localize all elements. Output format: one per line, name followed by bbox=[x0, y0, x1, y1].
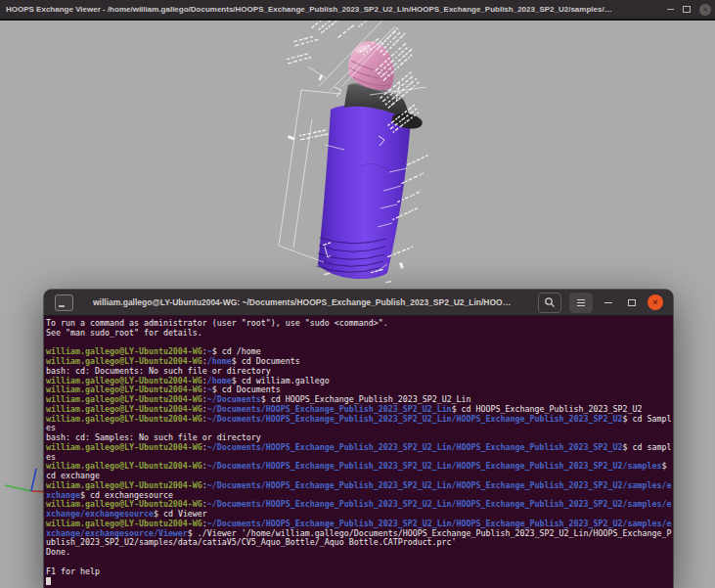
bottle-body bbox=[318, 105, 411, 279]
app-close-icon[interactable]: × bbox=[699, 4, 711, 16]
pmi-text-cluster bbox=[337, 24, 354, 38]
pmi-text-cluster bbox=[293, 35, 319, 47]
terminal-minimize-icon[interactable] bbox=[604, 302, 612, 303]
terminal-line: Done. bbox=[46, 548, 672, 558]
terminal-cursor bbox=[46, 577, 51, 586]
app-titlebar[interactable]: HOOPS Exchange Viewer - /home/william.ga… bbox=[0, 0, 715, 21]
terminal-line: william.gallego@LY-Ubuntu2004-WG:~/Docum… bbox=[46, 415, 672, 434]
pmi-text-cluster bbox=[299, 129, 329, 141]
terminal-titlebar[interactable]: william.gallego@LY-Ubuntu2004-WG: ~/Docu… bbox=[44, 290, 673, 316]
app-title: HOOPS Exchange Viewer - /home/william.ga… bbox=[6, 5, 612, 14]
pmi-text-cluster bbox=[407, 155, 428, 165]
pmi-text-cluster bbox=[287, 53, 311, 65]
terminal-search-button[interactable] bbox=[538, 293, 561, 313]
terminal-menu-button[interactable] bbox=[569, 293, 593, 313]
search-icon bbox=[543, 295, 557, 309]
terminal-maximize-icon[interactable] bbox=[628, 299, 636, 306]
terminal-window[interactable]: william.gallego@LY-Ubuntu2004-WG: ~/Docu… bbox=[44, 290, 673, 588]
terminal-line: See "man sudo_root" for details. bbox=[46, 329, 672, 339]
hamburger-icon bbox=[577, 299, 585, 300]
terminal-line: william.gallego@LY-Ubuntu2004-WG:~/Docum… bbox=[46, 520, 672, 548]
terminal-body[interactable]: To run a command as administrator (user … bbox=[44, 316, 673, 586]
terminal-output: To run a command as administrator (user … bbox=[46, 319, 672, 586]
terminal-line: william.gallego@LY-Ubuntu2004-WG:~/Docum… bbox=[46, 462, 672, 481]
terminal-line: william.gallego@LY-Ubuntu2004-WG:~/Docum… bbox=[46, 443, 672, 463]
terminal-line bbox=[46, 558, 672, 567]
terminal-line: william.gallego@LY-Ubuntu2004-WG:~/Docum… bbox=[46, 500, 672, 520]
terminal-line bbox=[46, 576, 672, 586]
app-maximize-icon[interactable] bbox=[683, 6, 691, 13]
terminal-close-icon[interactable]: × bbox=[648, 294, 663, 310]
terminal-line: F1 for help bbox=[46, 567, 672, 577]
terminal-app-icon bbox=[55, 294, 73, 311]
app-minimize-icon[interactable] bbox=[667, 9, 674, 10]
terminal-title: william.gallego@LY-Ubuntu2004-WG: ~/Docu… bbox=[93, 297, 514, 307]
terminal-line: william.gallego@LY-Ubuntu2004-WG:~/Docum… bbox=[46, 481, 672, 501]
